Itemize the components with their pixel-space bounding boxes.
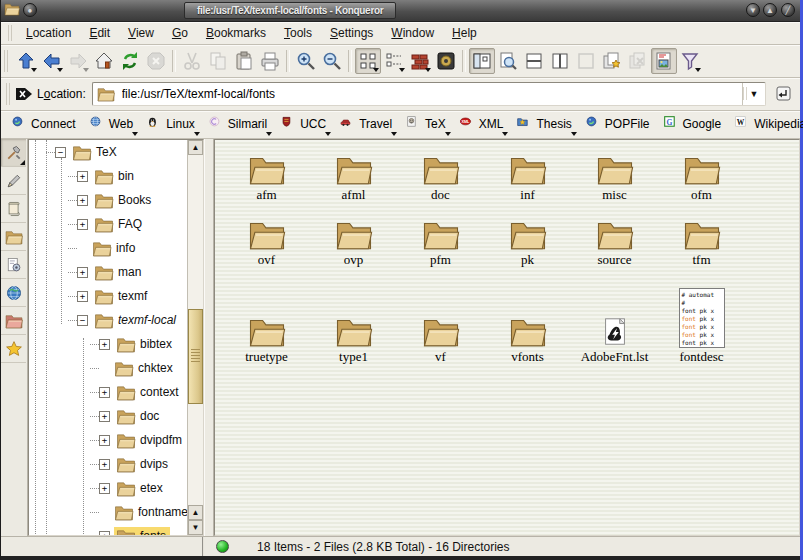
menu-window[interactable]: Window (382, 23, 443, 43)
menu-view[interactable]: View (119, 23, 163, 43)
home-button[interactable] (91, 48, 117, 74)
network-tab[interactable] (1, 279, 26, 307)
file-item-adobefnt.lst[interactable]: AdobeFnt.lst (571, 284, 658, 365)
clear-location-icon[interactable] (15, 86, 33, 102)
tree-expander-plus[interactable]: + (99, 387, 110, 398)
panel-splitter[interactable] (204, 139, 214, 536)
scroll-thumb[interactable] (188, 309, 203, 404)
scroll-up-button[interactable]: ▲ (188, 140, 203, 155)
tree-expander-plus[interactable]: + (77, 267, 88, 278)
up-button[interactable] (13, 48, 39, 74)
bookmark-linux[interactable]: Linux (142, 113, 204, 136)
file-item-type1[interactable]: type1 (310, 284, 397, 365)
tree-scrollbar[interactable]: ▲ ▲ ▼ (187, 140, 203, 535)
menu-location[interactable]: Location (17, 23, 80, 43)
configure-tab[interactable] (1, 139, 26, 167)
chevron-down-icon[interactable]: ▼ (742, 83, 765, 105)
tree-expander-minus[interactable]: − (77, 315, 88, 326)
tree-item-info[interactable]: info (29, 236, 187, 260)
tree-item-doc[interactable]: +doc (29, 404, 187, 428)
show-sidebar-button[interactable] (469, 48, 495, 74)
menu-help[interactable]: Help (443, 23, 486, 43)
tree-item-faq[interactable]: +FAQ (29, 212, 187, 236)
file-item-doc[interactable]: doc (397, 146, 484, 203)
file-item-vf[interactable]: vf (397, 284, 484, 365)
bookmark-connect[interactable]: Connect (7, 113, 85, 136)
filter-button[interactable] (677, 48, 703, 74)
bookmark-silmaril[interactable]: Silmaril (204, 113, 276, 136)
menu-bookmarks[interactable]: Bookmarks (197, 23, 275, 43)
tree-expander-plus[interactable]: + (77, 195, 88, 206)
file-item-afml[interactable]: afml (310, 146, 397, 203)
tree-expander-plus[interactable]: + (77, 219, 88, 230)
maximize-button[interactable]: ▲ (763, 3, 777, 17)
go-button[interactable] (770, 81, 796, 107)
file-item-tfm[interactable]: tfm (658, 211, 745, 268)
tree-item-etex[interactable]: +etex (29, 476, 187, 500)
split-view-left-right-button[interactable] (547, 48, 573, 74)
bookmark-google[interactable]: GGoogle (659, 113, 731, 136)
gear-button[interactable] (433, 48, 459, 74)
tree-expander-plus[interactable]: + (99, 411, 110, 422)
use-index-html-button[interactable] (651, 48, 677, 74)
zoom-in-button[interactable] (293, 48, 319, 74)
bookmark-web[interactable]: Web (85, 113, 142, 136)
menu-edit[interactable]: Edit (80, 23, 119, 43)
scroll-up-button-2[interactable]: ▲ (188, 505, 203, 520)
paste-button[interactable] (231, 48, 257, 74)
bookmark-xml[interactable]: XMLXML (455, 113, 513, 136)
window-menu-icon[interactable] (4, 2, 20, 20)
zoom-out-button[interactable] (319, 48, 345, 74)
scroll-down-button[interactable]: ▼ (188, 520, 203, 535)
close-button[interactable]: ╱ (781, 3, 795, 17)
file-item-truetype[interactable]: truetype (223, 284, 310, 365)
location-input[interactable] (120, 86, 742, 102)
file-item-afm[interactable]: afm (223, 146, 310, 203)
tree-item-fonts[interactable]: +fonts (29, 524, 187, 535)
tree-item-context[interactable]: +context (29, 380, 187, 404)
tree-item-bibtex[interactable]: +bibtex (29, 332, 187, 356)
file-item-vfonts[interactable]: vfonts (484, 284, 571, 365)
file-item-pfm[interactable]: pfm (397, 211, 484, 268)
find-file-button[interactable] (495, 48, 521, 74)
tree-expander-plus[interactable]: + (77, 291, 88, 302)
menu-go[interactable]: Go (163, 23, 197, 43)
scroll-track[interactable] (188, 155, 203, 505)
titlebar[interactable]: ● file:/usr/TeX/texmf-local/fonts - Konq… (1, 0, 800, 22)
file-item-misc[interactable]: misc (571, 146, 658, 203)
icon-view[interactable]: afmafmldocinfmiscofmovfovppfmpksourcetfm… (214, 139, 800, 536)
icon-view-button[interactable] (355, 48, 381, 74)
tree-item-man[interactable]: +man (29, 260, 187, 284)
menu-settings[interactable]: Settings (321, 23, 382, 43)
print-button[interactable] (257, 48, 283, 74)
tree-item-tex[interactable]: −TeX (29, 140, 187, 164)
location-combobox[interactable]: ▼ (92, 82, 766, 106)
file-item-pk[interactable]: pk (484, 211, 571, 268)
tree-expander-plus[interactable]: + (99, 435, 110, 446)
minimize-button[interactable]: ▼ (746, 3, 760, 17)
toolbar-handle[interactable] (6, 83, 12, 104)
tree-expander-plus[interactable]: + (99, 459, 110, 470)
tree-expander-plus[interactable]: + (77, 171, 88, 182)
tree-expander-plus[interactable]: + (99, 339, 110, 350)
tree-item-texmf[interactable]: +texmf (29, 284, 187, 308)
new-tab-button[interactable] (599, 48, 625, 74)
file-item-ovf[interactable]: ovf (223, 211, 310, 268)
tree-item-books[interactable]: +Books (29, 188, 187, 212)
bricks-view-button[interactable] (407, 48, 433, 74)
reload-button[interactable] (117, 48, 143, 74)
tree-item-dvipdfm[interactable]: +dvipdfm (29, 428, 187, 452)
toolbar-handle[interactable] (8, 25, 14, 42)
home-folder-tab[interactable] (1, 223, 26, 251)
back-button[interactable] (39, 48, 65, 74)
tree-item-bin[interactable]: +bin (29, 164, 187, 188)
tree-expander-plus[interactable]: + (99, 483, 110, 494)
file-item-ovp[interactable]: ovp (310, 211, 397, 268)
bookmark-ucc[interactable]: UCC (276, 113, 335, 136)
toolbar-handle[interactable] (4, 50, 10, 73)
tree-item-dvips[interactable]: +dvips (29, 452, 187, 476)
pencil-tab[interactable] (1, 167, 26, 195)
bookmarks-tab[interactable] (1, 335, 26, 363)
split-view-top-bottom-button[interactable] (521, 48, 547, 74)
sticky-button[interactable]: ● (23, 3, 37, 17)
